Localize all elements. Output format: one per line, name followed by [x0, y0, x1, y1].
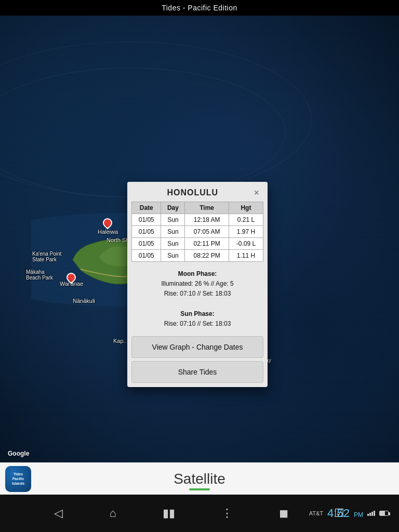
close-icon[interactable]: × [254, 188, 259, 197]
col-time: Time [185, 202, 229, 214]
table-row: 01/05Sun02:11 PM-0.09 L [132, 238, 263, 250]
modal-header: HONOLULU × [127, 182, 268, 202]
cell-date: 01/05 [132, 214, 161, 226]
screenshot-button[interactable]: ◼ [279, 507, 288, 520]
recents-button[interactable]: ▮▮ [163, 507, 175, 520]
map-container[interactable]: Haleiwa North Sh... Ka'ena PointState Pa… [0, 16, 399, 462]
cell-day: Sun [161, 250, 185, 262]
cell-time: 02:11 PM [185, 238, 229, 250]
view-graph-button[interactable]: View Graph - Change Dates [131, 336, 263, 358]
cell-hgt: 1.11 H [229, 250, 263, 262]
nav-time-area: AT&T 4:52 PM [309, 495, 389, 532]
bottom-bar-indicator [189, 488, 210, 490]
app-title: Tides - Pacific Edition [162, 4, 237, 12]
app-icon[interactable]: Tides Pacific Islands [5, 466, 31, 492]
col-hgt: Hgt [229, 202, 263, 214]
col-date: Date [132, 202, 161, 214]
carrier-label: AT&T [309, 510, 323, 516]
tide-table-body: 01/05Sun12:18 AM0.21 L01/05Sun07:05 AM1.… [132, 214, 263, 262]
modal-overlay: HONOLULU × Date Day Time Hgt 01/05Sun12:… [0, 16, 399, 462]
table-row: 01/05Sun07:05 AM1.97 H [132, 226, 263, 238]
phase-section: Moon Phase: Illuminated: 26 % // Age: 5 … [127, 266, 268, 332]
cell-time: 12:18 AM [185, 214, 229, 226]
cell-time: 07:05 AM [185, 226, 229, 238]
share-tides-button[interactable]: Share Tides [131, 361, 263, 383]
moon-rise-set: Rise: 07:10 // Set: 18:03 [134, 289, 261, 299]
table-row: 01/05Sun12:18 AM0.21 L [132, 214, 263, 226]
cell-time: 08:22 PM [185, 250, 229, 262]
cell-date: 01/05 [132, 238, 161, 250]
moon-phase-title: Moon Phase: [134, 269, 261, 279]
cell-day: Sun [161, 214, 185, 226]
cell-date: 01/05 [132, 250, 161, 262]
cell-hgt: -0.09 L [229, 238, 263, 250]
modal-title: HONOLULU [136, 188, 249, 197]
bottom-bar-title: Satellite [174, 471, 225, 487]
cell-day: Sun [161, 238, 185, 250]
signal-indicator [367, 511, 375, 516]
sun-rise-set: Rise: 07:10 // Set: 18:03 [134, 319, 261, 329]
cell-hgt: 0.21 L [229, 214, 263, 226]
table-row: 01/05Sun08:22 PM1.11 H [132, 250, 263, 262]
nav-bar: ◁ ⌂ ▮▮ ⋮ ◼ ☑ AT&T 4:52 PM [0, 495, 399, 532]
app-icon-text: Tides Pacific Islands [12, 472, 24, 486]
home-button[interactable]: ⌂ [109, 507, 116, 520]
tide-table: Date Day Time Hgt 01/05Sun12:18 AM0.21 L… [131, 202, 263, 262]
time-display: 4:52 PM [327, 507, 363, 520]
tide-modal: HONOLULU × Date Day Time Hgt 01/05Sun12:… [127, 182, 268, 387]
battery-indicator [379, 511, 389, 516]
col-day: Day [161, 202, 185, 214]
cell-day: Sun [161, 226, 185, 238]
battery-fill [380, 511, 385, 515]
moon-illuminated: Illuminated: 26 % // Age: 5 [134, 279, 261, 289]
cell-date: 01/05 [132, 226, 161, 238]
modal-buttons: View Graph - Change Dates Share Tides [131, 336, 263, 383]
cell-hgt: 1.97 H [229, 226, 263, 238]
back-button[interactable]: ◁ [54, 507, 63, 520]
status-bar: Tides - Pacific Edition [0, 0, 399, 16]
bottom-bar: Tides Pacific Islands Satellite [0, 462, 399, 495]
menu-button[interactable]: ⋮ [221, 507, 233, 520]
sun-phase-title: Sun Phase: [134, 309, 261, 319]
